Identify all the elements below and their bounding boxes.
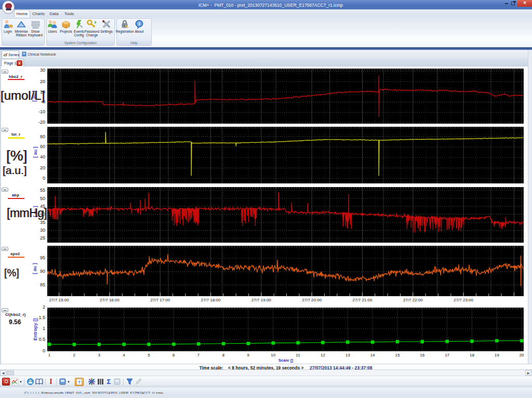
svg-text:i: i [139, 21, 140, 26]
svg-text:?: ? [78, 380, 81, 384]
